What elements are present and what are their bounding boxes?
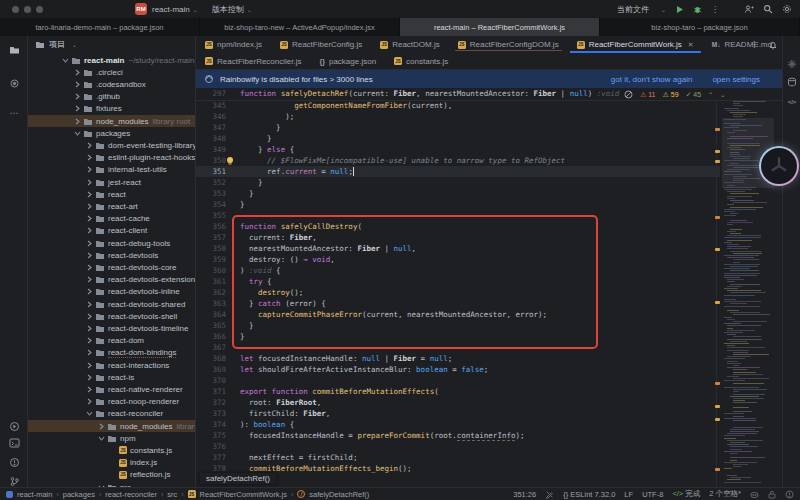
line-number[interactable]: 373 — [196, 408, 226, 419]
tree-item-react-devtools-shared[interactable]: react-devtools-shared — [28, 298, 195, 310]
chevron-right-icon[interactable] — [86, 288, 93, 295]
settings-gear-icon[interactable] — [782, 4, 792, 14]
caret-position[interactable]: 351:26 — [513, 490, 536, 499]
line-number[interactable]: 358 — [196, 243, 226, 254]
editor-tab[interactable]: JSReactDOM.js — [371, 36, 449, 53]
tree-item-react-native-renderer[interactable]: react-native-renderer — [28, 383, 195, 395]
debug-icon[interactable] — [693, 5, 702, 14]
indent-selector[interactable]: 2 个空格* — [709, 489, 741, 499]
window-tab[interactable]: biz-shop-taro-new – ActiveAdPopup/index.… — [200, 18, 400, 36]
tree-item-node_modules[interactable]: node_moduleslibrary root — [28, 420, 195, 432]
window-controls[interactable] — [12, 6, 43, 13]
more-tools-icon[interactable]: ⋯ — [7, 106, 21, 120]
chevron-right-icon[interactable] — [74, 118, 81, 125]
project-menu[interactable]: react-main — [152, 5, 190, 14]
typo-count[interactable]: ✓ 45 — [686, 91, 702, 99]
line-number[interactable]: 362 — [196, 287, 226, 298]
notification-settings-link[interactable]: open settings — [712, 75, 760, 84]
window-tab[interactable]: react-main – ReactFiberCommitWork.js — [400, 18, 600, 36]
code-line-345[interactable]: 345 getComponentNameFromFiber(current), — [196, 100, 782, 111]
line-number[interactable]: 375 — [196, 430, 226, 441]
tree-item-react-devtools-core[interactable]: react-devtools-core — [28, 261, 195, 273]
chevron-right-icon[interactable] — [86, 386, 93, 393]
chevron-right-icon[interactable] — [86, 374, 93, 381]
run-tool-icon[interactable] — [7, 419, 21, 433]
line-number[interactable]: 363 — [196, 298, 226, 309]
warning-stripe-mark[interactable] — [715, 128, 720, 131]
warning-stripe-mark[interactable] — [715, 382, 720, 385]
warning-circle-icon[interactable] — [785, 490, 794, 499]
tree-item-eslint-plugin-react-hooks[interactable]: eslint-plugin-react-hooks — [28, 152, 195, 164]
line-number[interactable]: 374 — [196, 419, 226, 430]
code-line-372[interactable]: 372 root: FiberRoot, — [196, 397, 782, 408]
eslint-status[interactable]: {} ESLint 7.32.0 — [563, 490, 615, 499]
run-icon[interactable] — [675, 5, 684, 14]
chevron-right-icon[interactable] — [74, 93, 81, 100]
line-number[interactable]: 369 — [196, 364, 226, 375]
warning-stripe-mark[interactable] — [715, 150, 720, 153]
breadcrumb-item[interactable]: packages — [63, 490, 95, 499]
editor-tab[interactable]: JSnpm/index.js — [196, 36, 271, 53]
tree-item-reflection.js[interactable]: JSreflection.js — [28, 469, 195, 481]
line-number[interactable]: 359 — [196, 254, 226, 265]
tree-item-react-devtools[interactable]: react-devtools — [28, 249, 195, 261]
code-line-370[interactable]: 370 — [196, 375, 782, 386]
tree-item-react-main[interactable]: react-main~/study/react-main — [28, 54, 195, 66]
problems-tool-icon[interactable] — [7, 455, 21, 469]
prev-problem-icon[interactable]: ⌃ — [708, 91, 713, 98]
chevron-right-icon[interactable] — [74, 105, 81, 112]
chevron-right-icon[interactable] — [86, 264, 93, 271]
gradle-tool-icon[interactable] — [786, 58, 798, 70]
tree-item-react-debug-tools[interactable]: react-debug-tools — [28, 237, 195, 249]
tree-item-npm[interactable]: npm — [28, 432, 195, 444]
status-breadcrumbs[interactable]: react-main›packages›react-reconciler›src… — [6, 490, 513, 499]
code-line-352[interactable]: 352 } — [196, 177, 782, 188]
project-tool-icon[interactable] — [7, 43, 21, 57]
code-line-376[interactable]: 376 — [196, 441, 782, 452]
chevron-right-icon[interactable] — [86, 301, 93, 308]
line-number[interactable]: 360 — [196, 265, 226, 276]
highlighting-pen-icon[interactable] — [545, 490, 554, 499]
inspections-widget[interactable]: ⚠ 11 ⚠ 59 ✓ 45 ⌃ ⌄ — [620, 89, 729, 100]
terminal-tool-icon[interactable] — [7, 436, 21, 450]
line-number[interactable]: 368 — [196, 353, 226, 364]
tree-item-fixtures[interactable]: fixtures — [28, 103, 195, 115]
git-branch-tool-icon[interactable] — [7, 474, 21, 488]
vcs-menu[interactable]: 版本控制 — [212, 4, 244, 15]
line-number[interactable]: 352 — [196, 177, 226, 188]
line-number[interactable]: 365 — [196, 320, 226, 331]
code-line-346[interactable]: 346 ); — [196, 111, 782, 122]
tab-more-icon[interactable]: ⋮ — [750, 40, 758, 49]
code-line-350[interactable]: 350 // $FlowFixMe[incompatible-use] unab… — [196, 155, 782, 166]
code-line-378[interactable]: 378 commitBeforeMutationEffects_begin(); — [196, 463, 782, 474]
line-number[interactable]: 367 — [196, 342, 226, 353]
tree-item-.codesandbox[interactable]: .codesandbox — [28, 78, 195, 90]
code-line-369[interactable]: 369let shouldFireAfterActiveInstanceBlur… — [196, 364, 782, 375]
code-line-348[interactable]: 348 } — [196, 133, 782, 144]
chevron-right-icon[interactable] — [86, 325, 93, 332]
chevron-right-icon[interactable] — [98, 435, 105, 442]
chevron-right-icon[interactable] — [86, 337, 93, 344]
line-number[interactable]: 355 — [196, 210, 226, 221]
breadcrumb-item[interactable]: react-main — [17, 490, 52, 499]
code-line-347[interactable]: 347 } — [196, 122, 782, 133]
breadcrumb-item[interactable]: ReactFiberCommitWork.js — [200, 490, 287, 499]
search-icon[interactable] — [763, 4, 773, 14]
line-number[interactable]: 345 — [196, 100, 226, 111]
chevron-right-icon[interactable] — [86, 166, 93, 173]
tree-item-react-dom[interactable]: react-dom — [28, 335, 195, 347]
tree-item-react-noop-renderer[interactable]: react-noop-renderer — [28, 396, 195, 408]
project-panel-title[interactable]: 项目 — [49, 39, 65, 50]
line-ending-selector[interactable]: LF — [624, 490, 633, 499]
line-number[interactable]: 361 — [196, 276, 226, 287]
tree-item-dom-event-testing-library[interactable]: dom-event-testing-library — [28, 139, 195, 151]
code-line-377[interactable]: 377 nextEffect = firstChild; — [196, 452, 782, 463]
tree-item-react-devtools-inline[interactable]: react-devtools-inline — [28, 286, 195, 298]
copilot-status-icon[interactable] — [750, 490, 759, 499]
line-number[interactable]: 366 — [196, 331, 226, 342]
tree-item-react-devtools-timeline[interactable]: react-devtools-timeline — [28, 322, 195, 334]
tree-item-react-devtools-extensions[interactable]: react-devtools-extensions — [28, 274, 195, 286]
editor-tab[interactable]: {}package.json — [310, 53, 385, 69]
line-number[interactable]: 347 — [196, 122, 226, 133]
tree-item-react-art[interactable]: react-art — [28, 200, 195, 212]
